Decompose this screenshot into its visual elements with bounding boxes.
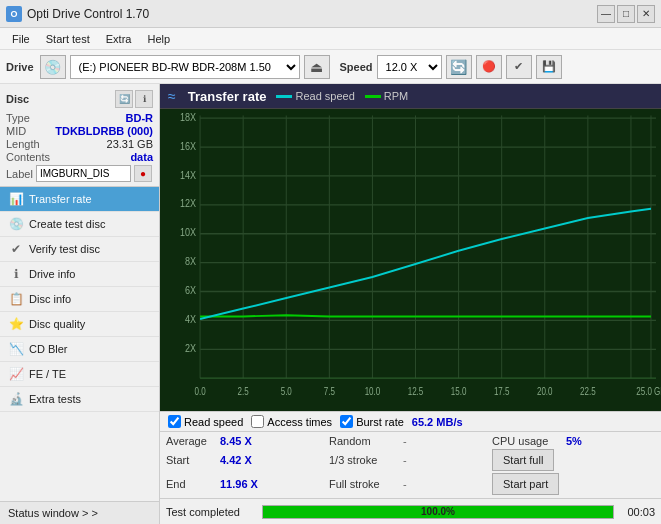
read-speed-checkbox-label[interactable]: Read speed	[168, 415, 243, 428]
disc-type-label: Type	[6, 112, 30, 124]
svg-text:4X: 4X	[185, 312, 196, 325]
svg-text:2.5: 2.5	[238, 386, 249, 397]
avg-label: Average	[166, 435, 216, 447]
disc-refresh-btn[interactable]: 🔄	[115, 90, 133, 108]
svg-text:25.0 GB: 25.0 GB	[636, 386, 661, 397]
chart-title: Transfer rate	[188, 89, 267, 104]
disc-mid-value: TDKBLDRBB (000)	[55, 125, 153, 137]
cd-bler-icon: 📉	[8, 342, 24, 356]
svg-text:7.5: 7.5	[324, 386, 335, 397]
menu-extra[interactable]: Extra	[98, 31, 140, 47]
svg-text:15.0: 15.0	[451, 386, 467, 397]
cpu-value: 5%	[566, 435, 582, 447]
close-button[interactable]: ✕	[637, 5, 655, 23]
nav-create-test-disc[interactable]: 💿 Create test disc	[0, 212, 159, 237]
title-bar-left: O Opti Drive Control 1.70	[6, 6, 149, 22]
transfer-rate-icon: 📊	[8, 192, 24, 206]
minimize-button[interactable]: —	[597, 5, 615, 23]
burst-rate-checkbox[interactable]	[340, 415, 353, 428]
status-window-section: Status window > >	[0, 501, 159, 524]
nav-verify-test-disc-label: Verify test disc	[29, 243, 100, 255]
13stroke-label: 1/3 stroke	[329, 454, 399, 466]
chart-icon: ≈	[168, 88, 176, 104]
burn-button[interactable]: 🔴	[476, 55, 502, 79]
drive-icon-btn[interactable]: 💿	[40, 55, 66, 79]
stat-end-col: End 11.96 X	[166, 478, 329, 490]
end-value: 11.96 X	[220, 478, 260, 490]
svg-text:12.5: 12.5	[408, 386, 424, 397]
disc-contents-value: data	[130, 151, 153, 163]
disc-info-btn[interactable]: ℹ	[135, 90, 153, 108]
nav-transfer-rate[interactable]: 📊 Transfer rate	[0, 187, 159, 212]
nav-menu: 📊 Transfer rate 💿 Create test disc ✔ Ver…	[0, 187, 159, 501]
verify-button[interactable]: ✔	[506, 55, 532, 79]
menu-start-test[interactable]: Start test	[38, 31, 98, 47]
nav-verify-test-disc[interactable]: ✔ Verify test disc	[0, 237, 159, 262]
nav-disc-info[interactable]: 📋 Disc info	[0, 287, 159, 312]
nav-drive-info[interactable]: ℹ Drive info	[0, 262, 159, 287]
menu-help[interactable]: Help	[139, 31, 178, 47]
burst-rate-checkbox-label[interactable]: Burst rate	[340, 415, 404, 428]
eject-button[interactable]: ⏏	[304, 55, 330, 79]
end-label: End	[166, 478, 216, 490]
verify-test-disc-icon: ✔	[8, 242, 24, 256]
nav-disc-quality[interactable]: ⭐ Disc quality	[0, 312, 159, 337]
read-speed-checkbox-text: Read speed	[184, 416, 243, 428]
svg-text:18X: 18X	[180, 110, 196, 123]
app-title: Opti Drive Control 1.70	[27, 7, 149, 21]
stat-cpu-col: CPU usage 5%	[492, 435, 655, 447]
disc-label-input[interactable]	[36, 165, 131, 182]
title-bar: O Opti Drive Control 1.70 — □ ✕	[0, 0, 661, 28]
read-speed-legend-label: Read speed	[295, 90, 354, 102]
status-text: Test completed	[166, 506, 256, 518]
disc-length-row: Length 23.31 GB	[6, 138, 153, 150]
read-speed-legend-color	[276, 95, 292, 98]
progress-text: 100.0%	[263, 506, 613, 518]
speed-select[interactable]: 12.0 X ∨	[377, 55, 442, 79]
read-speed-checkbox[interactable]	[168, 415, 181, 428]
start-part-button[interactable]: Start part	[492, 473, 559, 495]
nav-cd-bler[interactable]: 📉 CD Bler	[0, 337, 159, 362]
burst-rate-checkbox-text: Burst rate	[356, 416, 404, 428]
drive-select[interactable]: (E:) PIONEER BD-RW BDR-208M 1.50	[70, 55, 300, 79]
speed-label: Speed	[340, 61, 373, 73]
13stroke-value: -	[403, 454, 433, 466]
stat-13stroke-col: 1/3 stroke -	[329, 454, 492, 466]
svg-text:14X: 14X	[180, 167, 196, 180]
disc-length-label: Length	[6, 138, 40, 150]
save-button[interactable]: 💾	[536, 55, 562, 79]
menu-file[interactable]: File	[4, 31, 38, 47]
start-label: Start	[166, 454, 216, 466]
stat-start-col: Start 4.42 X	[166, 454, 329, 466]
disc-mid-label: MID	[6, 125, 26, 137]
disc-mid-row: MID TDKBLDRBB (000)	[6, 125, 153, 137]
nav-extra-tests-label: Extra tests	[29, 393, 81, 405]
disc-label-icon[interactable]: ●	[134, 165, 152, 182]
svg-rect-0	[160, 109, 661, 411]
access-times-checkbox-label[interactable]: Access times	[251, 415, 332, 428]
legend-read-speed: Read speed	[276, 90, 354, 102]
time-display: 00:03	[620, 506, 655, 518]
nav-drive-info-label: Drive info	[29, 268, 75, 280]
legend-rpm: RPM	[365, 90, 408, 102]
disc-header: Disc 🔄 ℹ	[6, 90, 153, 108]
start-full-button[interactable]: Start full	[492, 449, 554, 471]
disc-label-label: Label	[6, 168, 33, 180]
maximize-button[interactable]: □	[617, 5, 635, 23]
stat-fullstroke-col: Full stroke -	[329, 478, 492, 490]
rpm-legend-label: RPM	[384, 90, 408, 102]
avg-value: 8.45 X	[220, 435, 260, 447]
chart-wrapper: 18X 16X 14X 12X 10X 8X 6X 4X 2X 0.0 2.5 …	[160, 109, 661, 411]
status-window-button[interactable]: Status window > >	[0, 502, 159, 524]
refresh-button[interactable]: 🔄	[446, 55, 472, 79]
access-times-checkbox[interactable]	[251, 415, 264, 428]
svg-text:20.0: 20.0	[537, 386, 553, 397]
drive-label: Drive	[6, 61, 34, 73]
svg-text:17.5: 17.5	[494, 386, 510, 397]
svg-text:0.0: 0.0	[195, 386, 206, 397]
rpm-legend-color	[365, 95, 381, 98]
nav-create-test-disc-label: Create test disc	[29, 218, 105, 230]
sidebar: Disc 🔄 ℹ Type BD-R MID TDKBLDRBB (000) L…	[0, 84, 160, 524]
nav-fe-te[interactable]: 📈 FE / TE	[0, 362, 159, 387]
nav-extra-tests[interactable]: 🔬 Extra tests	[0, 387, 159, 412]
